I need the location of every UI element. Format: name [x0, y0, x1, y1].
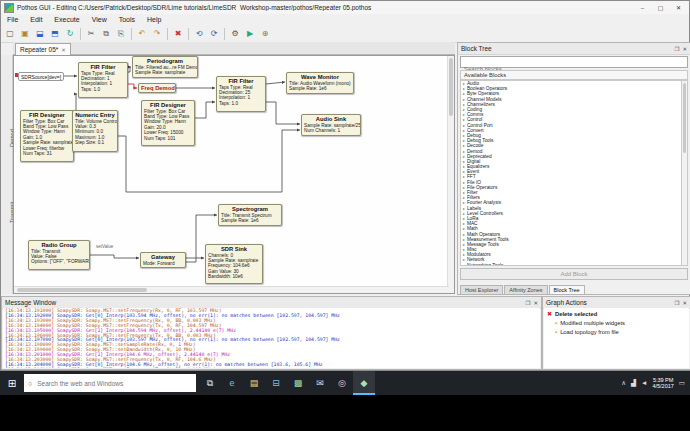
network-icon[interactable]: ▟: [631, 379, 636, 387]
block-wave-monitor[interactable]: Wave MonitorTitle: Audio Waveform (mono)…: [286, 72, 354, 94]
new-document-icon[interactable]: ▢: [3, 27, 17, 41]
block-numeric-entry[interactable]: Numeric EntryTitle: Volume ControlValue:…: [72, 110, 118, 152]
save-as-icon[interactable]: ⬒: [48, 27, 62, 41]
block-gateway[interactable]: GatewayMode: Forward: [140, 252, 186, 268]
tab-close-icon[interactable]: ✕: [61, 47, 66, 53]
dock-tab-host-explorer[interactable]: Host Explorer: [460, 285, 503, 294]
tree-scrollbar[interactable]: [681, 80, 688, 266]
system-tray: ∧▟◄ 5:39 PM 4/5/2017 ▭: [621, 377, 690, 390]
menu-execute[interactable]: Execute: [48, 14, 85, 25]
block-sdr-sink[interactable]: SDR SinkChannels: 0Sample Rate: samplrat…: [205, 244, 263, 284]
action-center-icon[interactable]: ▭: [679, 379, 685, 387]
close-panel-icon[interactable]: ✕: [533, 300, 538, 306]
add-block-button[interactable]: Add Block: [460, 268, 688, 280]
flowgraph-canvas[interactable]: SDRSource[dev=] FIR FilterTaps Type: Rea…: [13, 55, 455, 294]
file-explorer-icon[interactable]: ▤: [243, 371, 265, 395]
clock-date: 4/5/2017: [652, 383, 673, 390]
undo-icon[interactable]: ↶: [135, 27, 149, 41]
copy-icon[interactable]: ⧉: [99, 27, 113, 41]
tree-item-networking-tools[interactable]: ▸Networking Tools: [461, 263, 681, 266]
scrollbar-thumb[interactable]: [683, 83, 686, 153]
menu-help[interactable]: Help: [141, 14, 167, 25]
cut-icon[interactable]: ✂: [84, 27, 98, 41]
canvas-horizontal-scrollbar[interactable]: [14, 286, 449, 293]
open-document-icon[interactable]: ▣: [18, 27, 32, 41]
taskbar-search-box[interactable]: ○: [24, 374, 196, 392]
taskbar-clock[interactable]: 5:39 PM 4/5/2017: [652, 377, 673, 390]
graph-actions-panel: Graph Actions ❐ ✕ ✖Delete selected▪Modif…: [542, 296, 690, 370]
minimize-button[interactable]: –: [635, 2, 650, 13]
pothos-taskbar-icon[interactable]: ◆: [353, 371, 375, 395]
tab-repeater-05[interactable]: Repeater 05* ✕: [15, 43, 71, 55]
block-radio-group[interactable]: Radio GroupTitle: TransmitValue: FalseOp…: [28, 240, 90, 270]
insert-block-icon[interactable]: ⊕: [258, 27, 272, 41]
hidden-icons-icon[interactable]: ∧: [621, 379, 626, 387]
block-sdr-source-label[interactable]: SDRSource[dev=]: [18, 72, 64, 81]
graph-action-load-topology-from-file[interactable]: ▪Load topology from file: [547, 328, 686, 337]
delete-icon[interactable]: ✖: [171, 27, 185, 41]
available-blocks-tree[interactable]: ▸Audio▸Boolean Operators▸Byte Operators▸…: [460, 80, 681, 266]
float-panel-icon[interactable]: ❐: [674, 46, 679, 52]
rotate-right-icon[interactable]: ⟳: [207, 27, 221, 41]
browser-icon[interactable]: ◎: [331, 371, 353, 395]
edge-browser-icon[interactable]: e: [221, 371, 243, 395]
mail-icon[interactable]: ✉: [309, 371, 331, 395]
panel-title-text: Graph Actions: [546, 299, 587, 306]
menu-view[interactable]: View: [86, 14, 113, 25]
graph-action-modified-multiple-widgets[interactable]: ▪Modified multiple widgets: [547, 319, 686, 328]
close-button[interactable]: ✕: [671, 2, 686, 13]
block-tree-panel-title[interactable]: Block Tree ❐ ✕: [458, 43, 690, 55]
canvas-vertical-scrollbar[interactable]: [447, 56, 454, 293]
title-bar[interactable]: Pothos GUI - Editing C:/Users/Patrick/De…: [1, 1, 689, 14]
block-fir-filter-2[interactable]: FIR FilterTaps Type: RealDecimation: 25I…: [216, 76, 266, 112]
block-search-box[interactable]: [460, 56, 688, 68]
block-freq-demod[interactable]: Freq Demod: [138, 83, 176, 93]
block-property: Mode: Forward: [143, 261, 183, 266]
float-panel-icon[interactable]: ❐: [674, 300, 679, 306]
photos-icon[interactable]: ▩: [287, 371, 309, 395]
start-button[interactable]: ⊞: [0, 371, 24, 395]
block-periodogram[interactable]: PeriodogramTitle: Filtered au...re FM De…: [132, 56, 198, 78]
block-fir-filter-1[interactable]: FIR FilterTaps Type: RealDecimation: 1In…: [78, 62, 128, 98]
scrollbar-thumb[interactable]: [449, 58, 453, 116]
volume-icon[interactable]: ◄: [641, 379, 647, 387]
taskbar-search-input[interactable]: [35, 379, 192, 388]
block-property: Sample Rate: 1e6: [289, 86, 351, 91]
graph-action-label: Load topology from file: [560, 328, 619, 337]
block-property: Options: ["OFF", "FORWARD"]: [31, 259, 87, 264]
close-panel-icon[interactable]: ✕: [682, 300, 687, 306]
block-tree-panel: Block Tree ❐ ✕ Available Blocks ▸Audio▸B…: [457, 42, 690, 295]
menu-file[interactable]: File: [1, 14, 24, 25]
store-icon[interactable]: ⊟: [265, 371, 287, 395]
save-icon[interactable]: ⬓: [33, 27, 47, 41]
block-fir-designer-1[interactable]: FIR DesignerFilter Type: Box CarBand Typ…: [20, 110, 74, 162]
maximize-button[interactable]: ▢: [653, 2, 668, 13]
log-output[interactable]: [16:34:13.191000] SoapySDR: Soapy.MS7::s…: [3, 308, 540, 368]
close-panel-icon[interactable]: ✕: [682, 46, 687, 52]
paste-icon[interactable]: ⎘: [114, 27, 128, 41]
menu-tools[interactable]: Tools: [113, 14, 141, 25]
menu-edit[interactable]: Edit: [24, 14, 48, 25]
rotate-left-icon[interactable]: ⟲: [192, 27, 206, 41]
block-audio-sink[interactable]: Audio SinkSample Rate: samplrate/25Num C…: [301, 114, 361, 136]
task-view-icon[interactable]: ⧉: [199, 371, 221, 395]
block-spectrogram[interactable]: SpectrogramTitle: Transmit SpectrumSampl…: [218, 204, 282, 226]
history-entry-icon: ▪: [555, 319, 557, 328]
block-title: FIR Designer: [23, 112, 71, 119]
block-fir-designer-2[interactable]: FIR DesignerFilter Type: Box CarBand Typ…: [141, 100, 195, 146]
dock-tab-block-tree[interactable]: Block Tree: [549, 285, 585, 294]
scrollbar-thumb[interactable]: [17, 288, 147, 292]
dock-tab-affinity-zones[interactable]: Affinity Zones: [504, 285, 547, 294]
graph-action-label: Modified multiple widgets: [560, 319, 625, 328]
redo-icon[interactable]: ↷: [150, 27, 164, 41]
reload-icon[interactable]: ↻: [63, 27, 77, 41]
toolbar-separator: [80, 28, 81, 40]
block-title: SDRSource[dev=]: [21, 74, 61, 81]
expander-icon[interactable]: ▸: [463, 263, 465, 266]
float-panel-icon[interactable]: ❐: [525, 300, 530, 306]
activate-topology-icon[interactable]: ▶: [243, 27, 257, 41]
toolbar-separator: [188, 28, 189, 40]
graph-action-delete-selected[interactable]: ✖Delete selected: [547, 310, 686, 319]
properties-icon[interactable]: ⚙: [228, 27, 242, 41]
block-property: Bandwidth: 10e6: [208, 274, 260, 279]
